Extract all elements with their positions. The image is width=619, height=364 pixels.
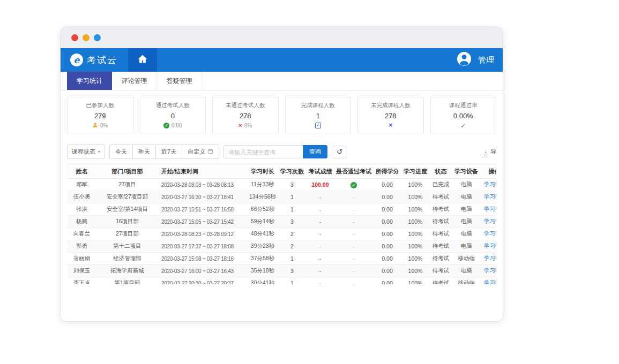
check-icon	[460, 123, 466, 129]
tab-study-statistics[interactable]: 学习统计	[67, 72, 112, 90]
cell-time-range: 2020-03-27 15:51 ~ 03-27 16:58	[158, 203, 247, 216]
checkbox-icon	[315, 123, 321, 128]
range-yesterday-button[interactable]: 昨天	[132, 145, 156, 159]
cell-score: -	[305, 253, 335, 265]
date-range-group: 今天 昨天 近7天 自定义	[109, 145, 219, 159]
brand: e 考试云	[61, 54, 117, 66]
range-today-button[interactable]: 今天	[109, 145, 133, 159]
app-header: e 考试云 管理	[61, 48, 503, 72]
cell-duration: 66分52秒	[247, 203, 279, 216]
cell-name: 李下卓	[67, 277, 96, 285]
table-row: 伍小勇 安全室/27项目部 2020-03-27 16:30 ~ 03-27 1…	[67, 191, 496, 203]
admin-menu[interactable]: 管理	[478, 55, 494, 65]
card-value: 278	[214, 112, 277, 120]
cell-passed: -	[335, 277, 372, 285]
cell-score: -	[305, 265, 335, 277]
study-detail-link[interactable]: 学习明细	[484, 279, 496, 284]
brand-name: 考试云	[87, 54, 117, 66]
table-row: 向春兰 27项目部 2020-03-28 08:23 ~ 03-28 09:12…	[67, 228, 496, 240]
user-avatar-icon[interactable]	[457, 51, 472, 69]
card-value: 0.00%	[432, 112, 495, 120]
cell-score: -	[305, 228, 335, 240]
cell-progress: 100%	[402, 191, 429, 203]
table-row: 蒲丽娟 经济管理部 2020-03-27 15:08 ~ 03-27 18:16…	[67, 253, 496, 265]
download-icon	[484, 149, 488, 155]
card-title: 课程通过率	[432, 102, 495, 109]
cell-device: 电脑	[453, 203, 480, 216]
study-detail-link[interactable]: 学习明细	[484, 267, 496, 274]
study-detail-link[interactable]: 学习明细	[484, 230, 496, 237]
query-button[interactable]: 查询	[303, 145, 327, 158]
home-button[interactable]	[128, 48, 157, 72]
learning-records-table: 姓名 部门/项目部 开始/结束时间 学习时长 学习次数 考试成绩 是否通过考试 …	[67, 164, 496, 284]
study-detail-link[interactable]: 学习明细	[484, 255, 496, 261]
col-status: 状态	[429, 164, 453, 179]
cell-credits: 0.00	[372, 228, 402, 240]
cell-progress: 100%	[402, 203, 429, 216]
cell-score: -	[305, 203, 335, 216]
cell-credits: 0.00	[372, 253, 402, 265]
cell-study-count: 2	[279, 240, 305, 253]
cell-duration: 35分18秒	[247, 265, 279, 277]
study-detail-link[interactable]: 学习明细	[484, 242, 496, 249]
minimize-window-button[interactable]	[83, 34, 90, 41]
cell-study-count: 1	[279, 191, 305, 203]
cell-passed: -	[335, 191, 372, 203]
card-course-incomplete: 未完成课程人数 278	[357, 97, 424, 133]
cell-passed: -	[335, 240, 372, 253]
maximize-window-button[interactable]	[94, 34, 101, 41]
cell-credits: 0.00	[372, 277, 402, 285]
cell-action: 学习明细	[480, 253, 496, 265]
cell-department: 第1项目部	[96, 277, 158, 285]
header-right: 管理	[457, 51, 503, 69]
cell-study-count: 1	[279, 277, 305, 285]
cell-duration: 134分56秒	[247, 191, 279, 203]
study-detail-link[interactable]: 学习明细	[484, 206, 496, 212]
refresh-button[interactable]	[332, 146, 347, 158]
pass-check-icon	[350, 182, 357, 188]
cell-credits: 0.00	[372, 191, 402, 203]
study-detail-link[interactable]: 学习明细	[484, 193, 496, 200]
cell-duration: 48分41秒	[247, 228, 279, 240]
keyword-search-input[interactable]	[223, 145, 303, 158]
study-detail-link[interactable]: 学习明细	[484, 218, 496, 224]
calendar-icon	[207, 148, 213, 155]
cell-status: 待考试	[429, 203, 453, 216]
tab-comment-management[interactable]: 评论管理	[112, 72, 157, 90]
card-exam-failed: 未通过考试人数 278 0%	[212, 97, 279, 133]
cell-status: 待考试	[429, 191, 453, 203]
cell-status: 待考试	[429, 228, 453, 240]
cell-device: 移动端	[453, 253, 480, 265]
study-detail-link[interactable]: 学习明细	[484, 181, 496, 187]
card-value: 1	[287, 112, 350, 120]
cell-action: 学习明细	[480, 277, 496, 285]
cell-device: 移动端	[453, 277, 480, 285]
nav-tab-bar: 学习统计 评论管理 答疑管理	[61, 72, 503, 90]
window-chrome-bar	[61, 27, 503, 48]
col-score: 考试成绩	[305, 164, 335, 179]
cell-score: -	[305, 240, 335, 253]
course-status-select[interactable]: 课程状态	[67, 145, 105, 159]
table-row: 张洪 安全室/第14项目 2020-03-27 15:51 ~ 03-27 16…	[67, 203, 496, 216]
x-icon	[238, 123, 242, 128]
col-device: 学习设备	[453, 164, 480, 179]
cell-name: 向春兰	[67, 228, 96, 240]
cell-device: 电脑	[453, 191, 480, 203]
range-custom-button[interactable]: 自定义	[182, 145, 219, 159]
close-window-button[interactable]	[71, 34, 78, 41]
cell-study-count: 2	[279, 228, 305, 240]
cell-time-range: 2020-03-28 08:03 ~ 03-28 08:13	[158, 179, 247, 191]
cell-passed: -	[335, 265, 372, 277]
col-time-range: 开始/结束时间	[158, 164, 247, 179]
cell-action: 学习明细	[480, 265, 496, 277]
cell-department: 16项目部	[96, 216, 158, 228]
export-button[interactable]: 导出	[484, 148, 496, 156]
range-last7days-button[interactable]: 近7天	[155, 145, 182, 159]
col-duration: 学习时长	[247, 164, 279, 179]
card-title: 未通过考试人数	[214, 102, 277, 109]
cell-duration: 11分33秒	[247, 179, 279, 191]
tab-qa-management[interactable]: 答疑管理	[157, 72, 202, 90]
cell-name: 邓军	[67, 179, 96, 191]
cell-department: 经济管理部	[96, 253, 158, 265]
cell-credits: 0.00	[372, 265, 402, 277]
